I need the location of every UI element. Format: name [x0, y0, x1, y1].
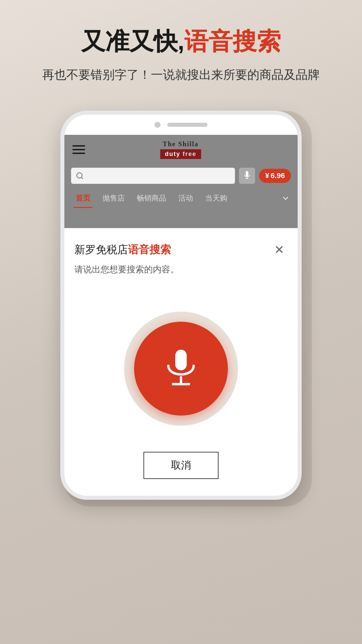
voice-panel-header: 新罗免税店语音搜索 ✕	[74, 241, 288, 258]
svg-rect-2	[246, 171, 248, 176]
nav-dropdown-button[interactable]	[279, 192, 292, 205]
nav-tab-sale[interactable]: 抛售店	[97, 189, 131, 208]
voice-title-highlight: 语音搜索	[128, 244, 171, 256]
cancel-button[interactable]: 取消	[143, 452, 219, 479]
mic-outer-ring	[124, 312, 238, 426]
hamburger-menu-button[interactable]	[72, 145, 85, 154]
voice-panel-title: 新罗免税店语音搜索	[74, 243, 171, 257]
close-voice-search-button[interactable]: ✕	[271, 241, 288, 258]
mic-record-button[interactable]	[134, 322, 228, 416]
mic-container	[74, 292, 288, 445]
svg-point-0	[77, 173, 82, 178]
phone-frame: The Shilla duty free	[60, 111, 302, 500]
header-section: 又准又快,语音搜索 再也不要错别字了！一说就搜出来所要的商品及品牌	[0, 0, 362, 97]
price-icon: ¥	[265, 171, 269, 180]
price-value: 6.96	[270, 171, 285, 180]
close-icon: ✕	[274, 244, 284, 256]
main-title-highlight: 语音搜索	[184, 28, 281, 55]
free-text: free	[183, 151, 196, 157]
duty-text: duty	[165, 151, 183, 157]
main-title: 又准又快,语音搜索	[20, 27, 342, 56]
cancel-area: 取消	[74, 445, 288, 479]
svg-rect-5	[175, 350, 187, 371]
price-badge[interactable]: ¥ 6.96	[259, 169, 291, 183]
brand-name: The Shilla	[160, 140, 201, 148]
voice-title-part1: 新罗免税店	[74, 244, 128, 256]
chevron-down-icon	[281, 194, 290, 203]
subtitle: 再也不要错别字了！一说就搜出来所要的商品及品牌	[20, 66, 342, 84]
mic-large-icon	[163, 348, 199, 389]
phone-camera	[155, 122, 161, 128]
duty-free-badge: duty free	[160, 149, 201, 159]
search-input-area[interactable]	[71, 168, 235, 184]
hamburger-line-2	[72, 149, 85, 150]
phone-top-bar	[64, 115, 298, 135]
brand-logo: The Shilla duty free	[160, 140, 201, 159]
app-content: The Shilla duty free	[64, 135, 298, 496]
hamburger-line-3	[72, 153, 85, 154]
hamburger-line-1	[72, 145, 85, 147]
page-wrapper: 又准又快,语音搜索 再也不要错别字了！一说就搜出来所要的商品及品牌	[0, 0, 362, 500]
nav-tabs: 首页 抛售店 畅销商品 活动 当天购	[64, 189, 298, 208]
nav-tab-home[interactable]: 首页	[70, 189, 97, 208]
phone-speaker	[167, 123, 207, 127]
mic-icon	[243, 171, 251, 180]
phone-mockup: The Shilla duty free	[60, 111, 302, 500]
app-body-strip	[64, 208, 298, 228]
voice-search-panel: 新罗免税店语音搜索 ✕ 请说出您想要搜索的内容。	[64, 228, 298, 496]
search-icon	[76, 172, 84, 180]
search-bar: ¥ 6.96	[64, 164, 298, 189]
app-header: The Shilla duty free	[64, 135, 298, 164]
mic-button-search-bar[interactable]	[239, 168, 255, 184]
nav-tab-events[interactable]: 活动	[172, 189, 199, 208]
svg-line-1	[81, 177, 83, 179]
voice-panel-subtitle: 请说出您想要搜索的内容。	[74, 264, 288, 275]
nav-tab-bestseller[interactable]: 畅销商品	[131, 189, 172, 208]
nav-tab-today[interactable]: 当天购	[199, 189, 233, 208]
main-title-part1: 又准又快,	[81, 28, 184, 55]
